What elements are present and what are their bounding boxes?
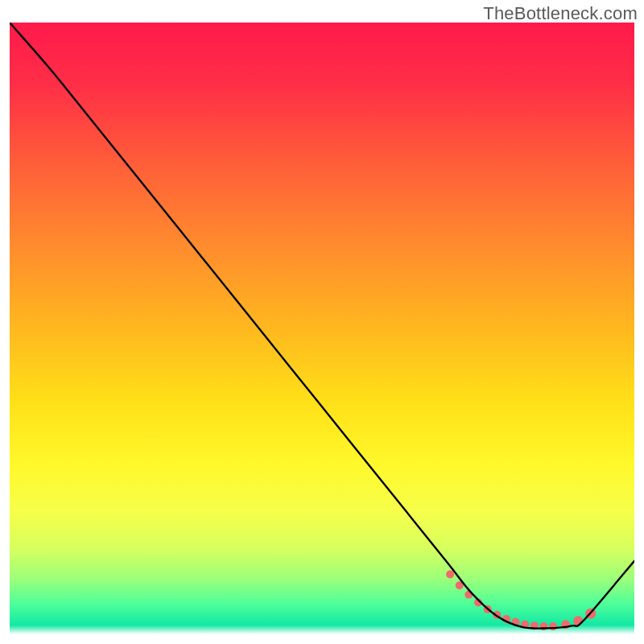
marker-dot	[549, 622, 557, 630]
chart-svg	[10, 23, 634, 634]
plot-area	[10, 23, 634, 634]
chart-container: TheBottleneck.com	[0, 0, 644, 644]
gradient-background	[10, 23, 634, 634]
watermark-text: TheBottleneck.com	[483, 3, 638, 24]
marker-dot	[573, 616, 583, 625]
marker-dot	[446, 571, 454, 579]
